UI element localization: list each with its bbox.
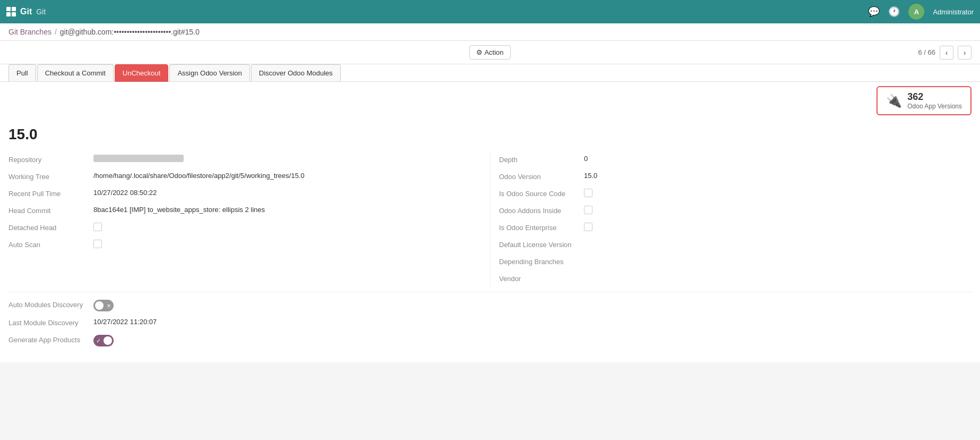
username: Administrator (933, 8, 974, 16)
checkbox-is-odoo-enterprise[interactable] (584, 223, 592, 231)
field-row-last-module-discovery: Last Module Discovery 10/27/2022 11:20:0… (8, 315, 972, 332)
clock-icon[interactable]: 🕐 (888, 6, 900, 18)
smart-button-area: 🔌 362 Odoo App Versions (0, 82, 980, 120)
field-row-recent-pull-time: Recent Pull Time 10/27/2022 08:50:22 (8, 185, 482, 202)
field-row-is-odoo-source-code: Is Odoo Source Code (499, 185, 963, 202)
field-row-repository: Repository (8, 151, 482, 168)
tab-uncheckout[interactable]: UnCheckout (115, 64, 169, 82)
value-repository (93, 155, 482, 163)
field-row-auto-modules-discovery: Auto Modules Discovery (8, 297, 972, 315)
field-row-working-tree: Working Tree /home/hang/.local/share/Odo… (8, 168, 482, 185)
label-detached-head: Detached Head (8, 223, 93, 232)
label-working-tree: Working Tree (8, 172, 93, 181)
field-row-head-commit: Head Commit 8bac164e1 [IMP] to_website_a… (8, 202, 482, 219)
value-last-module-discovery: 10/27/2022 11:20:07 (93, 318, 972, 326)
breadcrumb: Git Branches / git@github.com:••••••••••… (0, 23, 980, 41)
tab-assign-odoo-version[interactable]: Assign Odoo Version (169, 64, 250, 82)
record-title: 15.0 (0, 120, 980, 151)
avatar[interactable]: A (908, 4, 924, 20)
label-is-odoo-source-code: Is Odoo Source Code (499, 189, 584, 198)
label-recent-pull-time: Recent Pull Time (8, 189, 93, 198)
label-vendor: Vendor (499, 274, 584, 283)
field-row-odoo-addons-inside: Odoo Addons Inside (499, 202, 963, 219)
form-body: Repository Working Tree /home/hang/.loca… (0, 151, 980, 362)
prev-page-button[interactable]: ‹ (940, 46, 953, 60)
tab-pull[interactable]: Pull (8, 64, 36, 82)
odoo-app-versions-button[interactable]: 🔌 362 Odoo App Versions (876, 86, 972, 115)
breadcrumb-current: git@github.com:••••••••••••••••••••••.gi… (60, 28, 200, 36)
odoo-apps-icon: 🔌 (886, 94, 902, 108)
next-page-button[interactable]: › (958, 46, 972, 60)
value-generate-app-products[interactable] (93, 335, 972, 346)
value-auto-scan[interactable] (93, 240, 482, 250)
field-row-vendor: Vendor (499, 270, 963, 287)
value-odoo-addons-inside[interactable] (584, 206, 963, 216)
label-odoo-addons-inside: Odoo Addons Inside (499, 206, 584, 215)
field-row-depth: Depth 0 (499, 151, 963, 168)
label-default-license-version: Default License Version (499, 240, 584, 249)
value-working-tree: /home/hang/.local/share/Odoo/filestore/a… (93, 172, 482, 180)
field-row-depending-branches: Depending Branches (499, 253, 963, 270)
action-button[interactable]: ⚙ Action (469, 45, 510, 60)
label-auto-modules-discovery: Auto Modules Discovery (8, 300, 93, 309)
label-last-module-discovery: Last Module Discovery (8, 318, 93, 327)
field-row-default-license-version: Default License Version (499, 236, 963, 253)
label-generate-app-products: Generate App Products (8, 335, 93, 344)
app-versions-count: 362 (907, 91, 962, 103)
field-row-odoo-version: Odoo Version 15.0 (499, 168, 963, 185)
breadcrumb-separator: / (55, 28, 57, 36)
label-depending-branches: Depending Branches (499, 257, 584, 266)
label-is-odoo-enterprise: Is Odoo Enterprise (499, 223, 584, 232)
label-repository: Repository (8, 155, 93, 164)
toggle-auto-modules-discovery[interactable] (93, 300, 114, 311)
label-odoo-version: Odoo Version (499, 172, 584, 181)
field-row-is-odoo-enterprise: Is Odoo Enterprise (499, 219, 963, 236)
sub-menu[interactable]: Git (36, 7, 46, 16)
label-auto-scan: Auto Scan (8, 240, 93, 249)
form-left-column: Repository Working Tree /home/hang/.loca… (8, 151, 490, 287)
value-detached-head[interactable] (93, 223, 482, 233)
toggle-generate-app-products[interactable] (93, 335, 114, 346)
tab-bar: Pull Checkout a Commit UnCheckout Assign… (0, 64, 980, 82)
value-auto-modules-discovery[interactable] (93, 300, 972, 311)
value-depth: 0 (584, 155, 963, 163)
checkbox-detached-head[interactable] (93, 223, 102, 231)
field-row-auto-scan: Auto Scan (8, 236, 482, 253)
chat-icon[interactable]: 💬 (868, 6, 880, 18)
form-right-column: Depth 0 Odoo Version 15.0 Is Odoo Source… (490, 151, 972, 287)
tab-discover-odoo-modules[interactable]: Discover Odoo Modules (251, 64, 341, 82)
pagination: 6 / 66 ‹ › (918, 46, 972, 60)
label-head-commit: Head Commit (8, 206, 93, 215)
topnav: Git Git 💬 🕐 A Administrator (0, 0, 980, 23)
value-head-commit: 8bac164e1 [IMP] to_website_apps_store: e… (93, 206, 482, 214)
app-name[interactable]: Git (20, 7, 32, 16)
value-is-odoo-source-code[interactable] (584, 189, 963, 199)
checkbox-odoo-addons-inside[interactable] (584, 206, 592, 214)
app-versions-label: Odoo App Versions (907, 103, 962, 110)
field-row-generate-app-products: Generate App Products (8, 332, 972, 350)
checkbox-auto-scan[interactable] (93, 240, 102, 248)
pagination-info: 6 / 66 (918, 48, 935, 56)
value-is-odoo-enterprise[interactable] (584, 223, 963, 233)
grid-menu-icon[interactable] (6, 7, 16, 16)
value-recent-pull-time: 10/27/2022 08:50:22 (93, 189, 482, 197)
value-odoo-version: 15.0 (584, 172, 963, 180)
breadcrumb-parent[interactable]: Git Branches (8, 28, 51, 36)
action-bar: ⚙ Action 6 / 66 ‹ › (0, 41, 980, 64)
field-row-detached-head: Detached Head (8, 219, 482, 236)
checkbox-is-odoo-source-code[interactable] (584, 189, 592, 197)
label-depth: Depth (499, 155, 584, 164)
tab-checkout-commit[interactable]: Checkout a Commit (37, 64, 114, 82)
